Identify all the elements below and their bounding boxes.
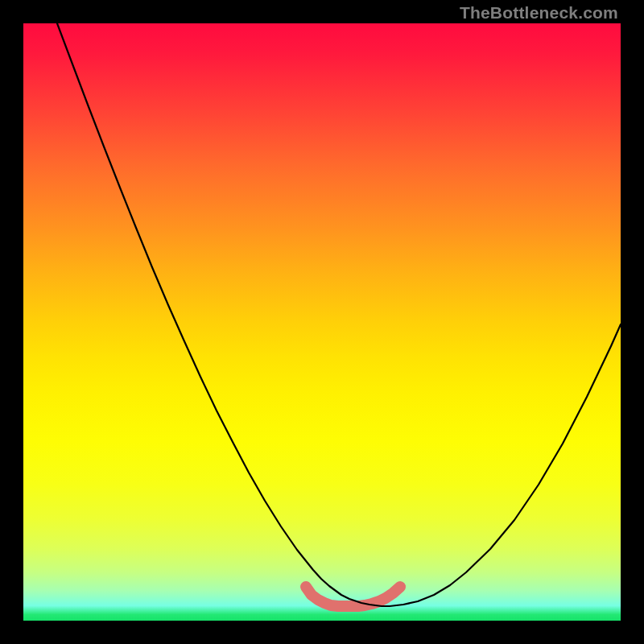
- chart-frame: { "watermark": "TheBottleneck.com", "cha…: [0, 0, 644, 644]
- plot-area: [23, 23, 621, 621]
- curve-svg: [23, 23, 621, 621]
- pink-baseline-path: [306, 587, 400, 606]
- black-curve-path: [57, 23, 621, 606]
- watermark-text: TheBottleneck.com: [460, 3, 618, 23]
